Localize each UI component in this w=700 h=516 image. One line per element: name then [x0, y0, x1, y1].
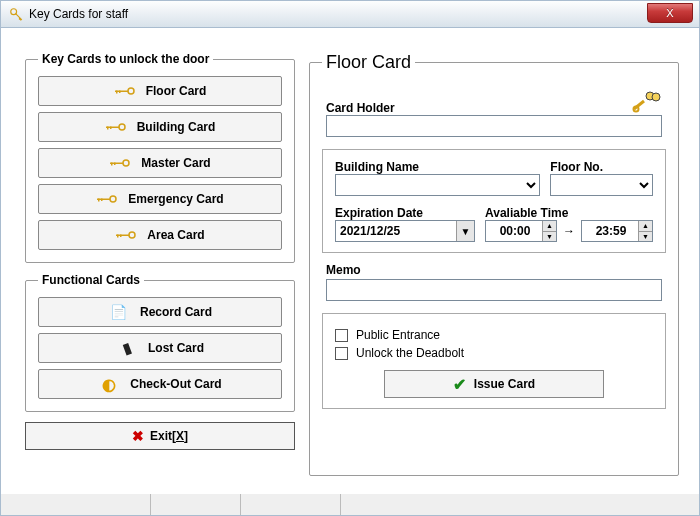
- issue-card-button[interactable]: ✔ Issue Card: [384, 370, 604, 398]
- lost-icon: ▮: [114, 337, 140, 360]
- issue-card-label: Issue Card: [474, 377, 535, 391]
- available-time-label: Avaliable Time: [485, 206, 653, 220]
- button-label: Emergency Card: [128, 192, 223, 206]
- exit-label: Exit[X]: [150, 429, 188, 443]
- floor-no-label: Floor No.: [550, 160, 653, 174]
- svg-point-1: [128, 88, 134, 94]
- svg-rect-3: [116, 91, 118, 94]
- button-label: Check-Out Card: [130, 377, 221, 391]
- svg-rect-4: [119, 91, 121, 94]
- svg-rect-8: [110, 127, 112, 130]
- checkout-icon: ◐: [98, 375, 120, 394]
- lost-card-button[interactable]: ▮ Lost Card: [38, 333, 282, 363]
- status-cell: [1, 494, 151, 515]
- svg-rect-16: [101, 199, 103, 202]
- group-functional-legend: Functional Cards: [38, 273, 144, 287]
- card-holder-label: Card Holder: [326, 101, 395, 115]
- svg-rect-15: [98, 199, 100, 202]
- time-arrow-icon: →: [563, 224, 575, 238]
- memo-input[interactable]: [326, 279, 662, 301]
- status-cell: [241, 494, 341, 515]
- spin-up[interactable]: ▲: [638, 221, 652, 232]
- right-column: Floor Card Card Holder Building Name: [309, 52, 679, 486]
- public-entrance-checkbox[interactable]: [335, 329, 348, 342]
- key-icon: [115, 228, 137, 242]
- floor-card-button[interactable]: Floor Card: [38, 76, 282, 106]
- memo-label: Memo: [326, 263, 662, 277]
- close-button[interactable]: X: [647, 3, 693, 23]
- app-key-icon: [9, 7, 23, 21]
- record-card-button[interactable]: 📄 Record Card: [38, 297, 282, 327]
- spin-down[interactable]: ▼: [638, 232, 652, 242]
- titlebar: Key Cards for staff X: [0, 0, 700, 28]
- body: Key Cards to unlock the door Floor Card …: [0, 28, 700, 494]
- people-key-icon: [630, 89, 662, 115]
- date-dropdown-button[interactable]: ▼: [456, 221, 474, 241]
- button-label: Master Card: [141, 156, 210, 170]
- master-card-button[interactable]: Master Card: [38, 148, 282, 178]
- svg-point-17: [129, 232, 135, 238]
- svg-point-22: [652, 93, 660, 101]
- key-icon: [114, 84, 136, 98]
- close-icon: X: [666, 7, 673, 19]
- building-floor-box: Building Name Floor No. Expiration Date: [322, 149, 666, 253]
- group-functional: Functional Cards 📄 Record Card ▮ Lost Ca…: [25, 273, 295, 412]
- area-card-button[interactable]: Area Card: [38, 220, 282, 250]
- building-name-select[interactable]: [335, 174, 540, 196]
- button-label: Floor Card: [146, 84, 207, 98]
- options-issue-box: Public Entrance Unlock the Deadbolt ✔ Is…: [322, 313, 666, 409]
- exit-button[interactable]: ✖ Exit[X]: [25, 422, 295, 450]
- expiration-date-input[interactable]: [335, 220, 475, 242]
- status-cell: [341, 494, 699, 515]
- button-label: Building Card: [137, 120, 216, 134]
- window: Key Cards for staff X Key Cards to unloc…: [0, 0, 700, 516]
- check-icon: ✔: [453, 375, 466, 394]
- expiration-label: Expiration Date: [335, 206, 475, 220]
- button-label: Record Card: [140, 305, 212, 319]
- status-cell: [151, 494, 241, 515]
- floor-no-select[interactable]: [550, 174, 653, 196]
- svg-rect-7: [107, 127, 109, 130]
- checkout-card-button[interactable]: ◐ Check-Out Card: [38, 369, 282, 399]
- building-name-label: Building Name: [335, 160, 540, 174]
- button-label: Area Card: [147, 228, 204, 242]
- key-icon: [109, 156, 131, 170]
- panel-legend: Floor Card: [322, 52, 415, 73]
- record-icon: 📄: [108, 304, 130, 320]
- spin-up[interactable]: ▲: [542, 221, 556, 232]
- emergency-card-button[interactable]: Emergency Card: [38, 184, 282, 214]
- spin-down[interactable]: ▼: [542, 232, 556, 242]
- svg-rect-19: [117, 235, 119, 238]
- card-holder-input[interactable]: [326, 115, 662, 137]
- floor-card-panel: Floor Card Card Holder Building Name: [309, 52, 679, 476]
- unlock-deadbolt-label: Unlock the Deadbolt: [356, 346, 464, 360]
- svg-point-13: [110, 196, 116, 202]
- unlock-deadbolt-checkbox[interactable]: [335, 347, 348, 360]
- svg-rect-20: [120, 235, 122, 238]
- building-card-button[interactable]: Building Card: [38, 112, 282, 142]
- public-entrance-label: Public Entrance: [356, 328, 440, 342]
- svg-rect-11: [111, 163, 113, 166]
- button-label: Lost Card: [148, 341, 204, 355]
- svg-rect-12: [114, 163, 116, 166]
- key-icon: [105, 120, 127, 134]
- svg-point-5: [119, 124, 125, 130]
- group-unlock: Key Cards to unlock the door Floor Card …: [25, 52, 295, 263]
- key-icon: [96, 192, 118, 206]
- exit-icon: ✖: [132, 428, 144, 444]
- window-title: Key Cards for staff: [29, 7, 128, 21]
- left-column: Key Cards to unlock the door Floor Card …: [25, 52, 295, 486]
- status-bar: [0, 494, 700, 516]
- svg-point-9: [123, 160, 129, 166]
- group-unlock-legend: Key Cards to unlock the door: [38, 52, 213, 66]
